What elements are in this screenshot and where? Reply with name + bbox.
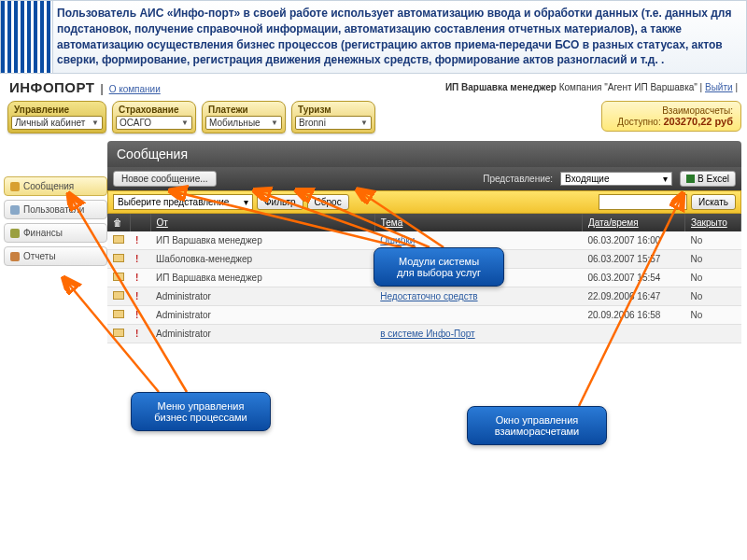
module-payments-value: Мобильные: [209, 118, 261, 128]
sidebar-item-label: Пользователи: [23, 204, 84, 215]
chevron-down-icon: ▾: [663, 174, 668, 184]
filter-bar: Выберите представление ▾ Фильтр Сброс Ис…: [107, 190, 741, 214]
cell-icon: [107, 325, 130, 343]
search-button[interactable]: Искать: [691, 194, 736, 210]
section-title: Сообщения: [107, 141, 741, 167]
balance-title: Взаиморасчеты:: [610, 105, 733, 116]
about-link[interactable]: О компании: [109, 84, 161, 94]
cell-date: 06.03.2007 15:54: [583, 269, 685, 287]
sidebar-item-label: Финансы: [23, 228, 63, 238]
new-message-button[interactable]: Новое сообщение...: [113, 171, 217, 187]
logout-link[interactable]: Выйти: [705, 82, 733, 92]
cell-subject[interactable]: в системе Инфо-Порт: [374, 325, 582, 343]
sidebar-item-messages[interactable]: Сообщения: [4, 176, 107, 196]
side-menu: Сообщения Пользователи Финансы Отчеты: [4, 176, 107, 266]
search-input[interactable]: [599, 194, 687, 210]
cell-closed: No: [685, 306, 741, 325]
cell-closed: No: [685, 231, 741, 250]
flag-icon: !: [135, 254, 138, 264]
banner-text: Пользователь АИС «Инфо-порт» в своей раб…: [57, 7, 731, 66]
col-icon[interactable]: 🗑: [107, 214, 130, 231]
cell-flag: !: [130, 306, 150, 325]
filter-representation-select[interactable]: Выберите представление ▾: [113, 194, 253, 210]
module-management[interactable]: Управление Личный кабинет ▼: [7, 101, 106, 133]
module-insurance-select[interactable]: ОСАГО ▼: [116, 116, 192, 130]
envelope-icon: [113, 310, 124, 318]
module-tourism-select[interactable]: Bronni ▼: [295, 116, 372, 130]
main: Сообщения Пользователи Финансы Отчеты Со…: [0, 135, 747, 343]
balance-box[interactable]: Взаиморасчеты: Доступно: 203270,22 руб: [601, 101, 741, 132]
view-value: Входящие: [565, 174, 609, 184]
sidebar-item-users[interactable]: Пользователи: [4, 200, 107, 219]
filter-button[interactable]: Фильтр: [257, 194, 303, 210]
header: ИНФОПОРТ | О компании ИП Варшавка менедж…: [0, 74, 747, 101]
cell-subject[interactable]: Недостаточно средств: [374, 287, 582, 306]
flag-icon: !: [135, 273, 138, 283]
table-row[interactable]: !Administratorв системе Инфо-Порт: [107, 325, 741, 343]
toolbar: Новое сообщение... Представление: Входящ…: [107, 167, 741, 190]
cell-from: Administrator: [150, 306, 374, 325]
module-payments-select[interactable]: Мобильные ▼: [205, 116, 282, 130]
cell-from: Administrator: [150, 325, 374, 343]
module-insurance[interactable]: Страхование ОСАГО ▼: [112, 101, 196, 133]
module-insurance-title: Страхование: [113, 102, 195, 116]
cell-date: 22.09.2006 16:47: [583, 287, 685, 306]
reset-button[interactable]: Сброс: [307, 194, 349, 210]
module-payments[interactable]: Платежи Мобильные ▼: [202, 101, 286, 133]
flag-icon: !: [135, 291, 138, 301]
company-name: "Агент ИП Варшавка": [604, 82, 698, 92]
excel-icon: [686, 175, 695, 183]
sidebar-item-label: Сообщения: [23, 181, 74, 191]
module-payments-title: Платежи: [203, 102, 285, 116]
module-insurance-value: ОСАГО: [120, 118, 151, 128]
envelope-icon: [113, 329, 124, 337]
module-management-value: Личный кабинет: [15, 118, 85, 128]
cell-date: 06.03.2007 15:57: [583, 250, 685, 269]
module-tourism-value: Bronni: [299, 118, 326, 128]
table-row[interactable]: !AdministratorНедостаточно средств22.09.…: [107, 287, 741, 306]
module-management-title: Управление: [8, 102, 106, 116]
cell-icon: [107, 231, 130, 250]
users-icon: [10, 205, 20, 215]
callout-menu: Меню управления бизнес процессами: [131, 392, 271, 431]
module-management-select[interactable]: Личный кабинет ▼: [11, 116, 103, 130]
excel-label: В Excel: [698, 174, 729, 184]
cell-flag: !: [130, 231, 150, 250]
view-select[interactable]: Входящие ▾: [560, 172, 672, 186]
table-row[interactable]: !Administrator20.09.2006 16:58No: [107, 306, 741, 325]
cell-subject[interactable]: [374, 306, 582, 325]
col-flag[interactable]: [130, 214, 150, 231]
view-label: Представление:: [483, 174, 553, 184]
filter-select-value: Выберите представление: [118, 197, 229, 207]
cell-closed: [685, 325, 741, 343]
col-closed[interactable]: Закрыто: [685, 214, 741, 231]
sidebar-item-reports[interactable]: Отчеты: [4, 246, 107, 266]
company-label: Компания: [559, 82, 602, 92]
logo-area: ИНФОПОРТ | О компании: [9, 79, 161, 95]
module-tourism[interactable]: Туризм Bronni ▼: [291, 101, 375, 133]
banner-stripes: [1, 1, 53, 73]
balance-label: Доступно:: [617, 117, 660, 127]
envelope-icon: [113, 291, 124, 300]
cell-date: [583, 325, 685, 343]
cell-date: 06.03.2007 16:00: [583, 231, 685, 250]
envelope-icon: [113, 254, 124, 262]
cell-flag: !: [130, 325, 150, 343]
divider: |: [101, 82, 104, 95]
cell-date: 20.09.2006 16:58: [583, 306, 685, 325]
cell-from: ИП Варшавка менеджер: [150, 269, 374, 287]
col-from[interactable]: От: [150, 214, 374, 231]
sidebar: Сообщения Пользователи Финансы Отчеты: [0, 135, 107, 343]
cell-icon: [107, 269, 130, 287]
content: Сообщения Новое сообщение... Представлен…: [107, 135, 747, 343]
col-date[interactable]: Дата/время: [583, 214, 685, 231]
col-subject[interactable]: Тема: [374, 214, 582, 231]
chevron-down-icon: ▼: [360, 119, 368, 127]
sidebar-item-finance[interactable]: Финансы: [4, 223, 107, 243]
envelope-icon: [113, 273, 124, 281]
cell-icon: [107, 306, 130, 325]
export-excel-button[interactable]: В Excel: [680, 171, 736, 187]
cell-icon: [107, 250, 130, 269]
messages-icon: [10, 182, 20, 191]
modules-row: Управление Личный кабинет ▼ Страхование …: [0, 101, 747, 133]
